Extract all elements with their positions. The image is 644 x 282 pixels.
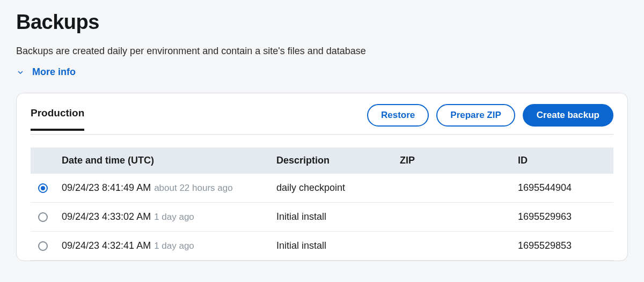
row-description: Initial install [270, 232, 393, 261]
row-id: 1695529963 [511, 203, 613, 232]
row-select-radio[interactable] [38, 183, 48, 193]
col-select-header [31, 147, 55, 174]
row-description: Initial install [270, 203, 393, 232]
col-date-header: Date and time (UTC) [55, 147, 270, 174]
backups-panel: Production Restore Prepare ZIP Create ba… [16, 93, 628, 261]
panel-actions: Restore Prepare ZIP Create backup [367, 104, 613, 134]
page-subtitle: Backups are created daily per environmen… [16, 46, 628, 57]
backups-table: Date and time (UTC) Description ZIP ID 0… [31, 147, 613, 261]
row-select-cell [31, 203, 55, 232]
create-backup-button[interactable]: Create backup [523, 104, 613, 127]
row-datetime-cell: 09/24/23 4:33:02 AM1 day ago [55, 203, 270, 232]
row-select-radio[interactable] [38, 212, 48, 222]
restore-button[interactable]: Restore [367, 104, 429, 127]
row-datetime-cell: 09/24/23 8:41:49 AMabout 22 hours ago [55, 174, 270, 203]
tabs: Production [31, 107, 84, 131]
row-select-cell [31, 174, 55, 203]
row-zip [393, 232, 511, 261]
more-info-label: More info [32, 66, 76, 78]
row-zip [393, 174, 511, 203]
table-row: 09/24/23 4:32:41 AM1 day agoInitial inst… [31, 232, 613, 261]
col-id-header: ID [511, 147, 613, 174]
row-relative-time: 1 day ago [154, 241, 194, 251]
more-info-toggle[interactable]: More info [16, 66, 76, 78]
row-select-cell [31, 232, 55, 261]
page-title: Backups [16, 11, 628, 34]
chevron-down-icon [16, 68, 25, 77]
panel-header: Production Restore Prepare ZIP Create ba… [31, 93, 613, 135]
row-datetime: 09/24/23 4:33:02 AM [62, 211, 151, 222]
col-description-header: Description [270, 147, 393, 174]
col-zip-header: ZIP [393, 147, 511, 174]
row-description: daily checkpoint [270, 174, 393, 203]
table-row: 09/24/23 4:33:02 AM1 day agoInitial inst… [31, 203, 613, 232]
row-id: 1695529853 [511, 232, 613, 261]
row-select-radio[interactable] [38, 241, 48, 251]
row-id: 1695544904 [511, 174, 613, 203]
row-datetime: 09/24/23 8:41:49 AM [62, 182, 151, 193]
row-datetime-cell: 09/24/23 4:32:41 AM1 day ago [55, 232, 270, 261]
table-row: 09/24/23 8:41:49 AMabout 22 hours agodai… [31, 174, 613, 203]
row-relative-time: about 22 hours ago [154, 183, 233, 193]
row-datetime: 09/24/23 4:32:41 AM [62, 240, 151, 251]
row-zip [393, 203, 511, 232]
row-relative-time: 1 day ago [154, 212, 194, 222]
tab-production[interactable]: Production [31, 107, 84, 131]
table-header-row: Date and time (UTC) Description ZIP ID [31, 147, 613, 174]
prepare-zip-button[interactable]: Prepare ZIP [436, 104, 515, 127]
